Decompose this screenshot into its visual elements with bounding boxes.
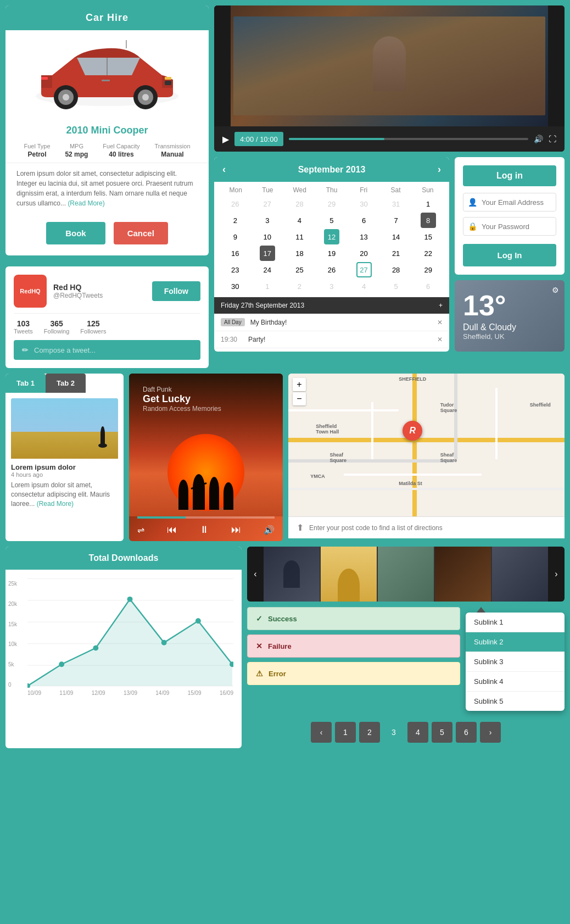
pagination-page-5[interactable]: 5: [432, 722, 452, 743]
dropdown-item-4[interactable]: Sublink 4: [466, 672, 565, 692]
cal-day[interactable]: 31: [388, 196, 404, 211]
weather-card: ⚙ 13° Dull & Cloudy Sheffield, UK: [455, 280, 565, 352]
cal-prev-button[interactable]: ‹: [222, 164, 226, 175]
cal-day[interactable]: 23: [227, 262, 243, 277]
pagination-next[interactable]: ›: [480, 722, 501, 743]
dropdown-item-2[interactable]: Sublink 2: [466, 632, 565, 652]
cal-day[interactable]: 13: [356, 229, 372, 244]
weather-description: Dull & Cloudy: [463, 322, 556, 332]
tab-1-button[interactable]: Tab 1: [5, 374, 46, 393]
dropdown-item-1[interactable]: Sublink 1: [466, 613, 565, 632]
svg-point-11: [142, 94, 149, 101]
cal-day[interactable]: 30: [227, 279, 243, 294]
cal-day[interactable]: 5: [324, 213, 339, 228]
twitter-logo: RedHQ: [14, 275, 47, 308]
tab-2-button[interactable]: Tab 2: [46, 374, 86, 393]
forward-button[interactable]: ⏭: [231, 524, 241, 536]
cal-day[interactable]: 3: [324, 279, 339, 294]
video-progress-bar[interactable]: [289, 138, 528, 140]
cal-day[interactable]: 11: [292, 229, 307, 244]
cal-event-close-2[interactable]: ✕: [437, 336, 443, 343]
cal-day[interactable]: 7: [388, 213, 404, 228]
cal-day[interactable]: 5: [388, 279, 404, 294]
cal-day[interactable]: 26: [227, 196, 243, 211]
cal-day[interactable]: 6: [356, 213, 372, 228]
email-field[interactable]: [482, 198, 551, 207]
cal-next-button[interactable]: ›: [438, 164, 441, 175]
book-button[interactable]: Book: [46, 222, 105, 244]
pause-button[interactable]: ⏸: [199, 524, 209, 536]
music-player: Daft Punk Get Lucky Random Access Memori…: [129, 374, 283, 541]
pagination-page-1[interactable]: 1: [335, 722, 356, 743]
carousel-prev-button[interactable]: ‹: [247, 547, 264, 602]
cal-day[interactable]: 2: [227, 213, 243, 228]
pagination-page-6[interactable]: 6: [456, 722, 477, 743]
postcode-input[interactable]: [309, 524, 556, 532]
cal-day[interactable]: 15: [421, 229, 436, 244]
carousel-next-button[interactable]: ›: [548, 547, 565, 602]
tweet-input[interactable]: [34, 346, 192, 354]
cal-day[interactable]: 10: [260, 229, 275, 244]
svg-point-22: [93, 645, 98, 651]
follow-button[interactable]: Follow: [152, 281, 200, 301]
cal-event-close[interactable]: ✕: [437, 319, 443, 326]
cal-day[interactable]: 1: [421, 196, 436, 211]
login-button[interactable]: Log In: [463, 244, 556, 266]
cal-day[interactable]: 16: [227, 246, 243, 261]
pagination-page-3[interactable]: 3: [383, 722, 404, 743]
password-field[interactable]: [482, 222, 551, 231]
zoom-out-button[interactable]: −: [293, 392, 306, 405]
cal-day[interactable]: 20: [356, 246, 372, 261]
cal-day[interactable]: 6: [421, 279, 436, 294]
settings-icon[interactable]: ⚙: [552, 286, 559, 294]
read-more-link[interactable]: (Read More): [68, 199, 104, 207]
cal-day[interactable]: 19: [324, 246, 339, 261]
carousel-image-4: [435, 547, 491, 602]
fullscreen-icon[interactable]: ⛶: [549, 135, 556, 143]
svg-marker-19: [27, 599, 232, 686]
cal-day[interactable]: 27: [260, 196, 275, 211]
cal-day[interactable]: 22: [421, 246, 436, 261]
rewind-button[interactable]: ⏮: [167, 524, 177, 536]
pagination-page-2[interactable]: 2: [359, 722, 380, 743]
cal-day[interactable]: 2: [292, 279, 307, 294]
cal-day[interactable]: 26: [324, 262, 339, 277]
video-play-icon[interactable]: ▶: [222, 134, 229, 144]
cal-add-event-button[interactable]: +: [439, 302, 443, 309]
dropdown-item-5[interactable]: Sublink 5: [466, 692, 565, 711]
cal-day[interactable]: 4: [356, 279, 372, 294]
cal-day[interactable]: 29: [421, 262, 436, 277]
cal-day-12[interactable]: 12: [324, 229, 339, 244]
cal-day[interactable]: 28: [388, 262, 404, 277]
zoom-in-button[interactable]: +: [293, 378, 306, 391]
shuffle-button[interactable]: ⇌: [137, 525, 144, 535]
car-hire-title: Car Hire: [5, 5, 209, 30]
cal-day[interactable]: 30: [356, 196, 372, 211]
cal-day-17[interactable]: 17: [260, 246, 275, 261]
cal-day[interactable]: 3: [260, 213, 275, 228]
chart-title: Total Downloads: [5, 547, 242, 570]
cal-day[interactable]: 21: [388, 246, 404, 261]
car-specs: Fuel Type Petrol MPG 52 mpg Fuel Capacit…: [5, 138, 209, 163]
cal-day-27[interactable]: 27: [356, 262, 372, 277]
cal-day[interactable]: 29: [324, 196, 339, 211]
cal-day[interactable]: 28: [292, 196, 307, 211]
tab-read-more[interactable]: (Read More): [37, 500, 74, 508]
cal-day[interactable]: 4: [292, 213, 307, 228]
dropdown-item-3[interactable]: Sublink 3: [466, 652, 565, 672]
svg-rect-12: [102, 80, 110, 81]
cal-day[interactable]: 25: [292, 262, 307, 277]
music-volume-icon[interactable]: 🔊: [264, 525, 275, 535]
cal-day[interactable]: 24: [260, 262, 275, 277]
volume-icon[interactable]: 🔊: [534, 135, 543, 143]
cal-day[interactable]: 14: [388, 229, 404, 244]
tab-image: [11, 398, 118, 459]
pagination-page-4[interactable]: 4: [407, 722, 428, 743]
cancel-button[interactable]: Cancel: [114, 222, 168, 244]
cal-day[interactable]: 18: [292, 246, 307, 261]
car-image-area: [5, 30, 209, 120]
cal-day[interactable]: 9: [227, 229, 243, 244]
cal-day[interactable]: 1: [260, 279, 275, 294]
pagination-prev[interactable]: ‹: [311, 722, 332, 743]
cal-day-8[interactable]: 8: [421, 213, 436, 228]
